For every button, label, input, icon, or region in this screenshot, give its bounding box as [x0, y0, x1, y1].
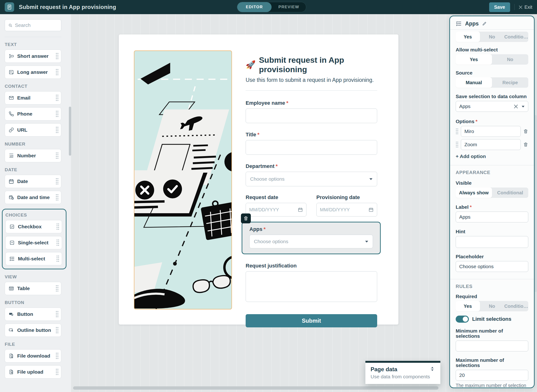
- page-data-popup[interactable]: Page data Use data from components: [365, 361, 440, 384]
- show-field-yes[interactable]: Yes: [456, 32, 480, 42]
- calendar-icon[interactable]: [368, 207, 374, 212]
- hint-label: Hint: [456, 229, 528, 234]
- visible-always-show[interactable]: Always show: [456, 187, 492, 198]
- sidebar-item-label: Single-select: [18, 240, 49, 246]
- drag-handle-icon[interactable]: [56, 53, 59, 60]
- required-conditional[interactable]: Conditio…: [504, 301, 528, 311]
- drag-handle-icon[interactable]: [56, 255, 59, 262]
- provisioning-date-input[interactable]: MM/DD/YYYY: [316, 203, 377, 216]
- label-input[interactable]: [456, 212, 528, 222]
- field-properties-panel: Apps Yes No Conditio… Allow multi-select…: [449, 16, 535, 388]
- panel-scrollbar-thumb[interactable]: [535, 115, 537, 292]
- limit-selections-toggle[interactable]: [456, 316, 469, 323]
- horizontal-scrollbar-thumb[interactable]: [73, 386, 439, 390]
- sidebar-item-checkbox[interactable]: Checkbox: [5, 220, 62, 233]
- required-segmented: Yes No Conditio…: [456, 301, 528, 311]
- sidebar-item-long-answer[interactable]: Long answer: [5, 65, 61, 79]
- drag-handle-icon[interactable]: [56, 126, 59, 134]
- required-yes[interactable]: Yes: [456, 301, 480, 311]
- department-placeholder: Choose options: [250, 176, 285, 182]
- sidebar-item-table[interactable]: Table: [5, 282, 61, 295]
- hint-input[interactable]: [456, 236, 528, 248]
- request-justification-textarea[interactable]: [246, 271, 377, 302]
- panel-title: Apps: [465, 20, 479, 27]
- drag-handle-icon[interactable]: [56, 178, 59, 185]
- drag-handle-icon[interactable]: [56, 369, 59, 375]
- drag-handle-icon[interactable]: [56, 311, 59, 318]
- save-column-select[interactable]: Apps: [456, 101, 528, 112]
- title-input[interactable]: [246, 140, 377, 155]
- sidebar-item-single-select[interactable]: Single-select: [5, 236, 62, 249]
- allow-multi-select-no[interactable]: No: [492, 54, 528, 65]
- request-date-input[interactable]: MM/DD/YYYY: [246, 203, 306, 216]
- sidebar-item-email[interactable]: Email: [5, 91, 61, 104]
- tab-editor[interactable]: EDITOR: [237, 2, 272, 12]
- allow-multi-select-yes[interactable]: Yes: [456, 54, 492, 65]
- sidebar-item-file-download[interactable]: File download: [5, 349, 61, 363]
- search-box[interactable]: [5, 19, 61, 31]
- sidebar-item-button[interactable]: Button: [5, 308, 61, 321]
- department-select[interactable]: Choose options: [246, 172, 377, 186]
- sidebar-scrollbar-thumb[interactable]: [69, 107, 71, 156]
- show-field-no[interactable]: No: [480, 32, 504, 42]
- delete-field-button[interactable]: [241, 214, 251, 223]
- apps-select[interactable]: Choose options: [249, 235, 373, 248]
- sidebar-item-label: Long answer: [17, 69, 48, 75]
- drag-handle-icon[interactable]: [56, 94, 59, 101]
- visible-conditional[interactable]: Conditional: [492, 187, 528, 198]
- label-label: Label*: [456, 205, 528, 210]
- drag-handle-icon[interactable]: [56, 285, 59, 292]
- show-field-conditional[interactable]: Conditio…: [504, 32, 528, 42]
- drag-handle-icon[interactable]: [56, 194, 59, 201]
- add-option-button[interactable]: + Add option: [456, 154, 528, 159]
- option-input-zoom[interactable]: [461, 139, 521, 150]
- max-selections-hint: The maximum number of selection can be a…: [456, 383, 528, 388]
- source-segmented: Manual Recipe: [456, 77, 528, 88]
- drag-handle-icon[interactable]: [56, 352, 59, 359]
- drag-handle-icon[interactable]: [56, 223, 59, 230]
- sidebar-item-short-answer[interactable]: Short answer: [5, 50, 61, 63]
- sidebar-item-number[interactable]: 123 Number: [5, 149, 61, 162]
- sidebar-item-phone[interactable]: Phone: [5, 107, 61, 121]
- section-title-view: VIEW: [5, 275, 71, 279]
- drag-handle-icon[interactable]: [56, 239, 59, 246]
- exit-button[interactable]: Exit: [519, 5, 532, 10]
- allow-multi-select-segmented: Yes No: [456, 54, 528, 65]
- employee-name-input[interactable]: [246, 108, 377, 123]
- tab-preview[interactable]: PREVIEW: [272, 2, 306, 12]
- sidebar-item-file-upload[interactable]: File upload: [5, 365, 61, 378]
- sidebar-item-multi-select[interactable]: Multi-select: [5, 252, 62, 265]
- drag-handle-icon[interactable]: [56, 69, 59, 76]
- option-input-miro[interactable]: [461, 126, 521, 137]
- sidebar-item-label: Outline button: [17, 327, 51, 333]
- sidebar-item-url[interactable]: URL: [5, 123, 61, 137]
- rocket-emoji: 🚀: [246, 60, 255, 69]
- max-selections-input[interactable]: [456, 370, 528, 381]
- drag-handle-icon[interactable]: [456, 128, 458, 135]
- apps-field-selected[interactable]: Apps* Choose options: [242, 222, 381, 254]
- sidebar-item-outline-button[interactable]: Outline button: [5, 324, 61, 337]
- calendar-icon[interactable]: [298, 207, 303, 212]
- drag-handle-icon[interactable]: [456, 141, 458, 148]
- min-selections-input[interactable]: [456, 341, 528, 351]
- edit-pencil-icon[interactable]: [482, 21, 487, 26]
- sort-updown-icon[interactable]: [430, 366, 435, 372]
- trash-icon[interactable]: [523, 129, 528, 134]
- request-justification-label: Request justification: [246, 263, 377, 269]
- form-fields-column: 🚀 Submit request in App provisioning Use…: [246, 51, 377, 327]
- clear-icon[interactable]: [514, 104, 518, 108]
- table-icon: [9, 286, 14, 291]
- save-button[interactable]: Save: [489, 2, 510, 12]
- source-recipe[interactable]: Recipe: [492, 77, 528, 88]
- drag-handle-icon[interactable]: [56, 152, 59, 159]
- drag-handle-icon[interactable]: [56, 110, 59, 117]
- drag-handle-icon[interactable]: [56, 327, 59, 334]
- placeholder-input[interactable]: [456, 261, 528, 272]
- submit-button[interactable]: Submit: [246, 314, 377, 327]
- source-manual[interactable]: Manual: [456, 77, 492, 88]
- sidebar-item-date[interactable]: Date: [5, 175, 61, 188]
- trash-icon[interactable]: [523, 142, 528, 147]
- sidebar-item-date-and-time[interactable]: Date and time: [5, 191, 61, 204]
- search-input[interactable]: [15, 22, 58, 28]
- required-no[interactable]: No: [480, 301, 504, 311]
